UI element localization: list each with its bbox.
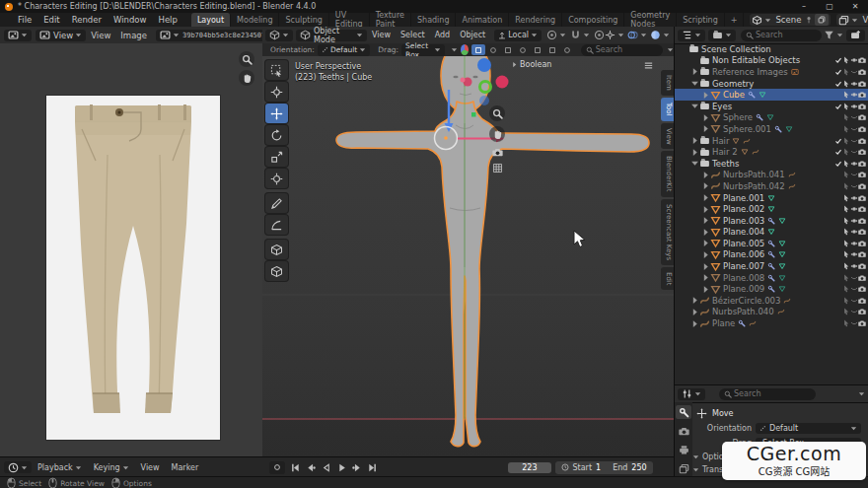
workspace-tab-scripting[interactable]: Scripting <box>677 13 725 27</box>
menu-help[interactable]: Help <box>152 13 182 27</box>
expand-icon[interactable] <box>701 171 710 179</box>
select-tool-toggle-3[interactable] <box>516 44 530 55</box>
drag-dropdown[interactable]: Select Box <box>401 44 445 56</box>
outliner-row[interactable]: Plane <box>675 317 868 329</box>
expand-icon[interactable] <box>690 148 699 157</box>
zoom-icon[interactable] <box>239 51 254 67</box>
jump-to-end-button[interactable] <box>367 462 380 473</box>
play-reverse-button[interactable] <box>320 462 332 473</box>
outliner-row[interactable]: Teeths <box>675 158 868 170</box>
properties-search-input[interactable] <box>732 388 811 399</box>
scene-new-button[interactable] <box>815 14 829 26</box>
expand-icon[interactable] <box>701 216 710 225</box>
menu-window[interactable]: Window <box>108 13 153 27</box>
tool-move-button[interactable] <box>265 104 288 123</box>
start-frame-field[interactable]: 1 <box>596 463 601 472</box>
outliner-row[interactable]: Plane.002 <box>675 203 868 215</box>
prev-keyframe-button[interactable] <box>304 462 317 473</box>
camera-view-icon[interactable] <box>492 147 503 158</box>
outliner-row[interactable]: Scene Collection <box>675 43 868 55</box>
tool-rotate-button[interactable] <box>265 125 288 145</box>
expand-icon[interactable] <box>690 136 699 145</box>
workspace-tab-sculpting[interactable]: Sculpting <box>279 13 328 27</box>
zoom-icon[interactable] <box>489 105 505 121</box>
viewport-search[interactable] <box>581 44 663 56</box>
tool-annotate-button[interactable] <box>265 193 288 213</box>
expand-icon[interactable] <box>701 205 710 214</box>
sidebar-tab-view[interactable]: View <box>661 123 674 150</box>
workspace-tab-modeling[interactable]: Modeling <box>231 13 279 27</box>
minimize-button[interactable]: – <box>791 0 817 13</box>
orientation-dropdown[interactable]: Default <box>318 44 370 56</box>
workspace-tab-animation[interactable]: Animation <box>456 13 509 27</box>
close-button[interactable]: ✕ <box>842 0 868 13</box>
play-button[interactable] <box>335 462 348 473</box>
tool-scale-button[interactable] <box>265 147 288 167</box>
sidebar-tab-blenderkit[interactable]: BlenderKit <box>661 151 674 196</box>
tab-render[interactable] <box>676 424 691 438</box>
outliner-row[interactable]: Hair <box>675 135 868 147</box>
transform-orientation-dropdown[interactable]: Local <box>494 30 542 41</box>
expand-icon[interactable] <box>690 79 699 88</box>
pan-hand-icon[interactable] <box>489 126 505 142</box>
properties-search[interactable] <box>719 388 816 400</box>
outliner-row[interactable]: Eyes <box>675 101 868 112</box>
workspace-tab-uv-editing[interactable]: UV Editing <box>329 13 370 27</box>
workspace-tab-+[interactable]: + <box>725 13 745 27</box>
outliner-row[interactable]: Plane.003 <box>675 215 868 227</box>
outliner-row[interactable]: NurbsPath.041 <box>675 170 868 181</box>
expand-icon[interactable] <box>701 262 710 271</box>
expand-icon[interactable] <box>690 159 699 168</box>
outliner-row[interactable]: Geometry <box>675 78 868 90</box>
viewport-menu-select[interactable]: Select <box>396 31 430 39</box>
viewlayer-selector[interactable]: ViewLayer <box>836 14 868 26</box>
ortho-toggle-icon[interactable] <box>492 163 503 174</box>
viewport-canvas[interactable]: User Perspective (223) Teeths | Cube Boo… <box>262 56 674 456</box>
tool-cursor-button[interactable] <box>265 82 288 102</box>
snap-magnet-icon[interactable] <box>570 30 581 40</box>
outliner-row[interactable]: Plane.007 <box>675 260 868 272</box>
outliner-row[interactable]: Hair 2 <box>675 146 868 158</box>
sidebar-tab-tool[interactable]: Tool <box>661 98 674 121</box>
timeline-menu-playback[interactable]: Playback <box>32 460 88 474</box>
expand-icon[interactable] <box>690 308 699 316</box>
select-tool-toggle-4[interactable] <box>531 44 544 55</box>
sidebar-tab-item[interactable]: Item <box>661 70 674 96</box>
expand-icon[interactable] <box>701 285 710 294</box>
sidebar-menu-icon[interactable] <box>643 60 654 71</box>
viewport-menu-add[interactable]: Add <box>430 31 456 39</box>
next-keyframe-button[interactable] <box>351 462 364 473</box>
menu-edit[interactable]: Edit <box>37 13 65 27</box>
expand-icon[interactable] <box>690 102 699 110</box>
scene-selector[interactable]: Scene <box>750 14 831 26</box>
expand-icon[interactable] <box>690 319 699 328</box>
expand-icon[interactable] <box>701 193 710 202</box>
overlays-icon[interactable] <box>627 30 638 40</box>
outliner-row[interactable]: Sphere <box>675 112 868 124</box>
outliner-row[interactable]: Non Editable Objects <box>675 55 868 67</box>
current-frame-field[interactable]: 223 <box>508 462 550 473</box>
outliner-row[interactable]: NurbsPath.040 <box>675 307 868 318</box>
menu-render[interactable]: Render <box>66 13 108 27</box>
timeline-menu-marker[interactable]: Marker <box>166 460 205 474</box>
expand-icon[interactable] <box>701 228 710 237</box>
outliner-row[interactable]: Plane.005 <box>675 238 868 249</box>
workspace-tab-shading[interactable]: Shading <box>411 13 457 27</box>
outliner-row[interactable]: Sphere.001 <box>675 123 868 135</box>
image-canvas[interactable] <box>0 43 262 456</box>
new-collection-button[interactable] <box>846 30 865 41</box>
image-mode-dropdown[interactable]: View <box>36 30 86 41</box>
expand-icon[interactable] <box>701 273 710 282</box>
tool-add-cube-button[interactable] <box>265 240 288 259</box>
sidebar-tab-edit[interactable]: Edit <box>661 267 674 291</box>
sidebar-tab-screencast-keys[interactable]: Screencast Keys <box>661 199 674 265</box>
editor-type-button[interactable] <box>265 30 293 41</box>
viewlayer-name[interactable]: ViewLayer <box>858 15 868 25</box>
autokey-button[interactable] <box>269 461 285 474</box>
editor-type-button[interactable] <box>4 30 32 41</box>
tool-options-chevron[interactable] <box>451 46 458 53</box>
outliner-row[interactable]: Plane.006 <box>675 249 868 261</box>
pin-icon[interactable] <box>805 16 813 24</box>
expand-icon[interactable] <box>701 113 710 122</box>
mode-dropdown[interactable]: Object Mode <box>296 30 367 41</box>
